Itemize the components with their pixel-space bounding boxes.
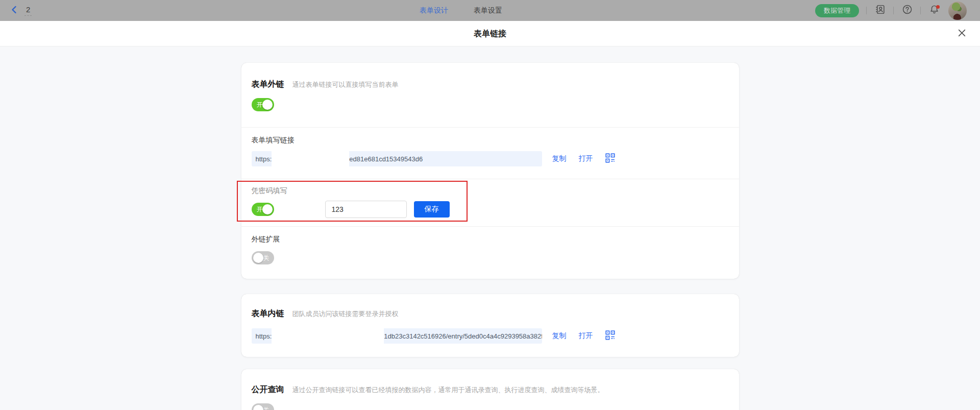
question-circle-icon bbox=[902, 4, 913, 17]
toggle-off-label: 关 bbox=[263, 251, 270, 264]
section-description: 通过公开查询链接可以查看已经填报的数据内容，通常用于通讯录查询、执行进度查询、成… bbox=[292, 385, 604, 395]
password-fill-label: 凭密码填写 bbox=[252, 186, 729, 196]
url-visible-part: 1db23c3142c516926/entry/5ded0c4a4c929395… bbox=[384, 332, 542, 340]
section-description: 通过表单链接可以直接填写当前表单 bbox=[292, 80, 399, 89]
back-group: 2 bbox=[9, 5, 32, 16]
url-prefix: https: bbox=[252, 155, 272, 163]
notification-dot bbox=[936, 5, 940, 9]
url-prefix: https: bbox=[252, 332, 272, 340]
url-visible-part: ed81e681cd15349543d6 bbox=[349, 155, 423, 163]
qr-code-icon[interactable] bbox=[605, 330, 615, 342]
divider bbox=[893, 7, 894, 14]
close-icon bbox=[958, 29, 966, 39]
url-redaction bbox=[272, 328, 384, 344]
form-title[interactable]: 2 bbox=[24, 5, 32, 16]
save-button[interactable]: 保存 bbox=[414, 201, 450, 218]
tab-form-settings[interactable]: 表单设置 bbox=[474, 6, 502, 15]
toggle-off-label: 关 bbox=[263, 403, 270, 410]
chevron-left-icon bbox=[10, 5, 19, 16]
toggle-on-label: 开 bbox=[257, 98, 263, 111]
data-manage-button[interactable]: 数据管理 bbox=[815, 4, 859, 17]
section-title: 表单内链 bbox=[252, 308, 284, 319]
avatar[interactable] bbox=[948, 2, 967, 20]
section-password-fill: 凭密码填写 开 保存 bbox=[241, 179, 739, 226]
notifications-button[interactable] bbox=[928, 5, 940, 17]
modal-header: 表单链接 bbox=[0, 21, 980, 46]
password-fill-toggle[interactable]: 开 bbox=[252, 203, 274, 216]
password-input[interactable] bbox=[325, 201, 407, 218]
fill-link-label: 表单填写链接 bbox=[252, 136, 729, 145]
open-link[interactable]: 打开 bbox=[579, 154, 593, 163]
toggle-knob bbox=[253, 405, 263, 410]
card-external-link: 表单外链 通过表单链接可以直接填写当前表单 开 表单填写链接 https: ed… bbox=[241, 63, 739, 279]
url-redaction bbox=[272, 151, 349, 166]
toggle-on-label: 开 bbox=[257, 203, 263, 216]
back-button[interactable] bbox=[9, 6, 19, 16]
section-title: 表单外链 bbox=[252, 79, 284, 90]
modal-title: 表单链接 bbox=[0, 21, 980, 46]
link-extension-label: 外链扩展 bbox=[252, 235, 729, 244]
center-tabs: 表单设计 表单设置 bbox=[420, 0, 502, 21]
open-link[interactable]: 打开 bbox=[579, 331, 593, 341]
public-query-toggle[interactable]: 关 bbox=[252, 403, 274, 410]
internal-link-url-box[interactable]: https: 1db23c3142c516926/entry/5ded0c4a4… bbox=[252, 328, 542, 344]
divider bbox=[920, 7, 921, 14]
external-link-toggle[interactable]: 开 bbox=[252, 98, 274, 111]
top-bar: 2 表单设计 表单设置 数据管理 bbox=[0, 0, 980, 21]
toggle-knob bbox=[253, 253, 263, 263]
copy-link[interactable]: 复制 bbox=[552, 331, 567, 341]
section-description: 团队成员访问该链接需要登录并授权 bbox=[292, 309, 399, 319]
section-query-header: 公开查询 通过公开查询链接可以查看已经填报的数据内容，通常用于通讯录查询、执行进… bbox=[241, 369, 739, 410]
copy-link[interactable]: 复制 bbox=[552, 154, 567, 163]
fill-link-url-box[interactable]: https: ed81e681cd15349543d6 bbox=[252, 151, 542, 166]
qr-code-icon[interactable] bbox=[605, 153, 615, 164]
toggle-knob bbox=[262, 100, 273, 110]
form-link-modal: 表单链接 表单外链 通过表单链接可以直接填写当前表单 开 bbox=[0, 21, 980, 410]
section-link-extension: 外链扩展 关 bbox=[241, 227, 739, 279]
address-book-icon bbox=[875, 4, 886, 17]
modal-body: 表单外链 通过表单链接可以直接填写当前表单 开 表单填写链接 https: ed… bbox=[0, 46, 980, 410]
toggle-knob bbox=[262, 204, 273, 214]
link-extension-toggle[interactable]: 关 bbox=[252, 251, 274, 264]
section-title: 公开查询 bbox=[252, 384, 284, 395]
card-public-query: 公开查询 通过公开查询链接可以查看已经填报的数据内容，通常用于通讯录查询、执行进… bbox=[241, 369, 739, 410]
topbar-right: 数据管理 bbox=[815, 2, 967, 20]
close-button[interactable] bbox=[957, 29, 967, 39]
card-internal-link: 表单内链 团队成员访问该链接需要登录并授权 https: 1db23c3142c… bbox=[241, 294, 739, 357]
contacts-button[interactable] bbox=[874, 5, 886, 17]
section-fill-link: 表单填写链接 https: ed81e681cd15349543d6 复制 打开 bbox=[241, 128, 739, 179]
tab-form-design[interactable]: 表单设计 bbox=[420, 6, 448, 15]
divider bbox=[866, 7, 867, 14]
section-internal-header: 表单内链 团队成员访问该链接需要登录并授权 https: 1db23c3142c… bbox=[241, 294, 739, 357]
help-button[interactable] bbox=[901, 5, 913, 17]
section-external-header: 表单外链 通过表单链接可以直接填写当前表单 开 bbox=[241, 63, 739, 127]
